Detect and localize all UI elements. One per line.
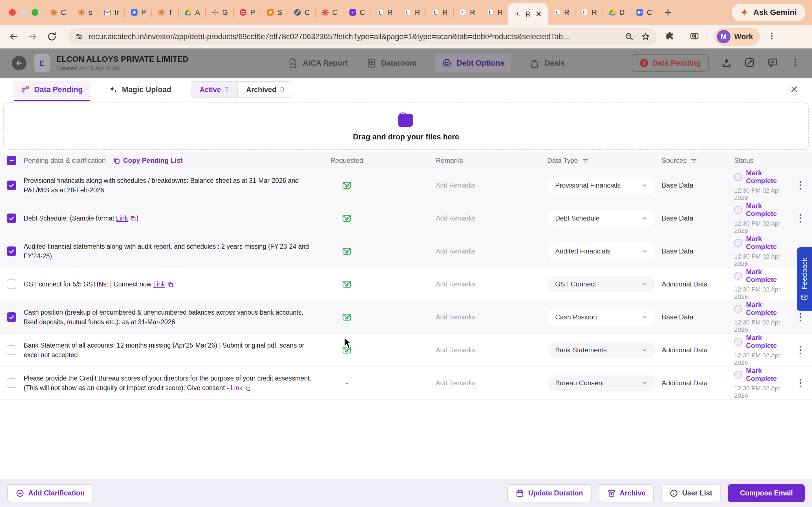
row-checkbox[interactable]	[7, 279, 16, 289]
tab-data-pending[interactable]: 0 Data Pending	[13, 80, 90, 99]
status-circle-icon[interactable]	[734, 371, 742, 379]
reload-button[interactable]	[47, 32, 57, 42]
extensions-icon[interactable]	[665, 31, 674, 42]
header-menu-icon[interactable]	[791, 58, 800, 68]
archive-button[interactable]: Archive	[599, 484, 654, 502]
data-type-select[interactable]: Bank Statements	[547, 342, 656, 358]
side-panel-search-icon[interactable]	[690, 31, 699, 42]
status-circle-icon[interactable]	[734, 272, 742, 280]
select-all-checkbox[interactable]	[7, 156, 16, 165]
update-duration-button[interactable]: Update Duration	[507, 484, 591, 502]
user-list-button[interactable]: User List	[661, 484, 721, 502]
row-link[interactable]: Link	[153, 281, 165, 288]
site-info-icon[interactable]	[75, 33, 84, 41]
browser-tab[interactable]: R	[398, 0, 425, 25]
tab-close-icon[interactable]: ✕	[536, 10, 542, 18]
row-link[interactable]: Link	[116, 215, 128, 222]
row-checkbox[interactable]	[7, 313, 16, 322]
add-clarification-button[interactable]: Add Clarification	[7, 484, 93, 502]
status-circle-icon[interactable]	[734, 239, 742, 247]
browser-tab[interactable]: C	[630, 0, 658, 25]
status-label[interactable]: Mark Complete	[746, 202, 789, 218]
row-menu-icon[interactable]	[800, 313, 801, 321]
row-menu-icon[interactable]	[800, 379, 801, 387]
add-remarks-input[interactable]: Add Remarks	[369, 247, 536, 255]
status-circle-icon[interactable]	[734, 173, 742, 181]
browser-tab[interactable]: R✕	[508, 3, 548, 25]
tab-aica-report[interactable]: AICA Report	[288, 58, 348, 68]
row-checkbox[interactable]	[7, 214, 16, 223]
add-remarks-input[interactable]: Add Remarks	[369, 182, 536, 189]
tab-deals[interactable]: Deals	[529, 58, 565, 68]
copy-icon[interactable]	[245, 385, 251, 391]
new-tab-button[interactable]: +	[664, 5, 672, 19]
profile-chip[interactable]: M Work	[714, 27, 760, 46]
status-label[interactable]: Mark Complete	[746, 268, 789, 284]
status-circle-icon[interactable]	[734, 338, 742, 346]
status-label[interactable]: Mark Complete	[746, 235, 789, 251]
maximize-window-icon[interactable]	[32, 9, 38, 16]
magic-upload-icon[interactable]	[721, 57, 732, 69]
back-circle-icon[interactable]	[12, 56, 27, 70]
add-remarks-input[interactable]: Add Remarks	[369, 346, 536, 354]
edit-icon[interactable]	[744, 57, 755, 69]
row-checkbox[interactable]	[7, 378, 16, 388]
compose-email-button[interactable]: Compose Email	[728, 484, 805, 502]
row-checkbox[interactable]	[7, 345, 16, 355]
data-type-select[interactable]: Debt Schedule	[547, 210, 656, 226]
data-type-select[interactable]: GST Connect	[547, 276, 656, 292]
row-menu-icon[interactable]	[800, 214, 801, 223]
browser-tab[interactable]: R	[454, 0, 481, 25]
segment-archived[interactable]: Archived 0	[237, 82, 293, 98]
browser-tab[interactable]: D	[603, 0, 630, 25]
browser-tab[interactable]: A	[179, 0, 205, 25]
feedback-tab[interactable]: Feedback	[797, 247, 812, 311]
browser-tab[interactable]: C	[45, 0, 71, 25]
forward-button[interactable]	[28, 32, 38, 42]
data-type-select[interactable]: Cash Position	[547, 309, 656, 325]
add-remarks-input[interactable]: Add Remarks	[369, 215, 536, 222]
back-button[interactable]	[8, 32, 18, 42]
row-checkbox[interactable]	[7, 246, 16, 256]
browser-tab[interactable]: R	[426, 0, 453, 25]
close-window-icon[interactable]	[9, 9, 16, 16]
tab-magic-upload[interactable]: Magic Upload	[109, 85, 172, 94]
browser-tab[interactable]: s	[72, 0, 98, 25]
copy-icon[interactable]	[130, 216, 136, 222]
filter-icon[interactable]	[582, 157, 589, 164]
browser-tab[interactable]: R	[575, 0, 603, 25]
url-bar[interactable]: recur.aicatech.in/investor/app/debt-prod…	[68, 28, 657, 45]
browser-menu-icon[interactable]	[767, 32, 776, 42]
copy-icon[interactable]	[167, 281, 174, 288]
tab-dataroom[interactable]: Dataroom	[366, 58, 417, 68]
browser-tab[interactable]: C	[288, 0, 315, 25]
close-panel-icon[interactable]: ✕	[790, 84, 799, 95]
copy-pending-list-button[interactable]: Copy Pending List	[113, 157, 183, 165]
data-pending-status-button[interactable]: ! Data Pending	[632, 54, 709, 72]
data-type-select[interactable]: Bureau Consent	[547, 375, 656, 391]
browser-tab[interactable]: R	[548, 0, 575, 25]
browser-tab[interactable]: kC	[343, 0, 370, 25]
browser-tab[interactable]: R	[371, 0, 398, 25]
browser-tab[interactable]: S	[261, 0, 288, 25]
browser-tab[interactable]: G	[206, 0, 233, 25]
status-label[interactable]: Mark Complete	[746, 301, 789, 317]
status-circle-icon[interactable]	[734, 206, 742, 214]
add-remarks-input[interactable]: Add Remarks	[369, 314, 536, 321]
data-type-select[interactable]: Audited Financials	[547, 243, 656, 260]
file-dropzone[interactable]: Drag and drop your files here	[3, 103, 809, 150]
tab-debt-options[interactable]: Debt Options	[435, 54, 511, 72]
browser-tab[interactable]: P	[125, 0, 151, 25]
bookmark-star-icon[interactable]	[641, 32, 650, 41]
ask-gemini-button[interactable]: Ask Gemini	[732, 4, 805, 21]
filter-icon[interactable]	[691, 157, 697, 164]
browser-tab[interactable]: C	[316, 0, 343, 25]
add-remarks-input[interactable]: Add Remarks	[369, 281, 536, 288]
row-menu-icon[interactable]	[800, 181, 801, 189]
row-link[interactable]: Link	[231, 384, 243, 392]
row-checkbox[interactable]	[7, 180, 16, 190]
status-label[interactable]: Mark Complete	[746, 367, 789, 383]
status-label[interactable]: Mark Complete	[746, 334, 789, 349]
status-label[interactable]: Mark Complete	[746, 169, 789, 185]
minimize-window-icon[interactable]	[20, 9, 27, 16]
